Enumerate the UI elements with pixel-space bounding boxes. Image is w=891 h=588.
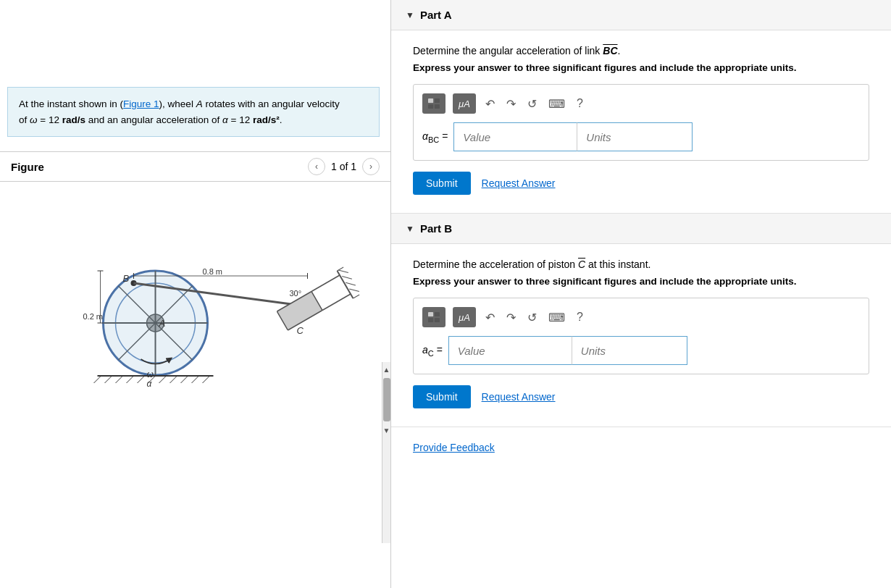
- part-b-reset-button[interactable]: ↺: [525, 308, 539, 327]
- part-b-action-row: Submit Request Answer: [413, 385, 869, 408]
- part-a-toolbar: μA ↶ ↷ ↺ ⌨ ?: [422, 93, 860, 114]
- svg-rect-52: [428, 104, 433, 109]
- part-a-header: ▼ Part A: [391, 0, 891, 30]
- figure-nav: ‹ 1 of 1 ›: [308, 158, 380, 175]
- part-b-instruction: Express your answer to three significant…: [413, 276, 869, 287]
- part-a-keyboard-button[interactable]: ⌨: [546, 95, 567, 113]
- part-a-redo-button[interactable]: ↷: [504, 95, 518, 113]
- svg-rect-53: [435, 104, 440, 109]
- part-b-help-button[interactable]: ?: [574, 308, 585, 326]
- svg-line-17: [138, 376, 145, 383]
- svg-text:A: A: [159, 318, 166, 329]
- right-panel: ▼ Part A Determine the angular accelerat…: [391, 0, 891, 588]
- part-b-keyboard-button[interactable]: ⌨: [546, 308, 567, 327]
- part-b-submit-button[interactable]: Submit: [413, 385, 471, 408]
- svg-rect-51: [435, 98, 440, 103]
- part-a-matrix-button[interactable]: [422, 93, 446, 114]
- part-b-description: Determine the acceleration of piston C a…: [413, 259, 869, 270]
- part-a-reset-button[interactable]: ↺: [525, 95, 539, 113]
- svg-line-19: [159, 376, 167, 383]
- left-panel: At the instant shown in (Figure 1), whee…: [0, 0, 391, 588]
- figure-next-button[interactable]: ›: [362, 158, 380, 175]
- svg-rect-50: [428, 98, 433, 103]
- svg-line-21: [181, 376, 188, 383]
- part-a-request-button[interactable]: Request Answer: [482, 177, 556, 189]
- part-b-input-label: aC =: [422, 344, 443, 358]
- svg-text:B: B: [123, 273, 130, 284]
- figure-area: B C: [0, 182, 390, 399]
- scroll-thumb[interactable]: [383, 378, 390, 421]
- svg-rect-54: [428, 312, 433, 316]
- mechanism-diagram: B C: [7, 189, 383, 392]
- part-a-instruction: Express your answer to three significant…: [413, 62, 869, 73]
- part-b-units-input[interactable]: [572, 336, 687, 365]
- part-a-undo-button[interactable]: ↶: [483, 95, 497, 113]
- svg-text:0.2 m: 0.2 m: [83, 312, 104, 321]
- svg-line-14: [105, 376, 112, 383]
- svg-line-16: [127, 376, 134, 383]
- part-b-matrix-button[interactable]: [422, 307, 446, 327]
- part-b-value-input[interactable]: [448, 336, 572, 365]
- part-a-action-row: Submit Request Answer: [413, 172, 869, 195]
- part-a-answer-box: μA ↶ ↷ ↺ ⌨ ? αBC =: [413, 84, 869, 161]
- svg-line-23: [203, 376, 210, 383]
- part-b-header: ▼ Part B: [391, 214, 891, 244]
- svg-text:ω: ω: [147, 369, 154, 379]
- svg-text:30°: 30°: [290, 289, 302, 298]
- left-scrollbar[interactable]: ▲ ▼: [382, 362, 390, 543]
- part-b-content: Determine the acceleration of piston C a…: [391, 244, 891, 427]
- part-a-description: Determine the angular acceleration of li…: [413, 45, 869, 56]
- svg-line-15: [116, 376, 123, 383]
- svg-line-22: [192, 376, 199, 383]
- scroll-down-arrow[interactable]: ▼: [382, 423, 391, 437]
- svg-text:0.8 m: 0.8 m: [203, 267, 223, 276]
- problem-text-box: At the instant shown in (Figure 1), whee…: [7, 87, 380, 137]
- part-b-title: Part B: [420, 222, 452, 235]
- part-b-section: ▼ Part B Determine the acceleration of p…: [391, 214, 891, 427]
- part-b-mu-button[interactable]: μA: [453, 307, 476, 327]
- part-a-value-input[interactable]: [453, 122, 577, 151]
- part-a-submit-button[interactable]: Submit: [413, 172, 471, 195]
- figure-page: 1 of 1: [331, 161, 356, 172]
- part-b-toolbar: μA ↶ ↷ ↺ ⌨ ?: [422, 307, 860, 327]
- svg-line-13: [94, 376, 101, 383]
- figure-title: Figure: [11, 161, 44, 173]
- part-a-input-label: αBC =: [422, 130, 448, 144]
- part-a-mu-button[interactable]: μA: [453, 93, 476, 114]
- svg-line-30: [337, 271, 353, 298]
- part-a-content: Determine the angular acceleration of li…: [391, 30, 891, 213]
- svg-text:C: C: [297, 325, 304, 336]
- svg-line-20: [170, 376, 177, 383]
- figure-link[interactable]: Figure 1: [123, 98, 159, 109]
- svg-rect-56: [428, 318, 433, 322]
- scroll-up-arrow[interactable]: ▲: [382, 362, 391, 377]
- part-a-title: Part A: [420, 9, 452, 21]
- part-a-units-input[interactable]: [577, 122, 693, 151]
- part-b-request-button[interactable]: Request Answer: [482, 391, 556, 403]
- part-a-section: ▼ Part A Determine the angular accelerat…: [391, 0, 891, 214]
- problem-intro: At the instant shown in (: [19, 98, 123, 109]
- part-b-input-row: aC =: [422, 336, 860, 365]
- svg-rect-55: [435, 312, 440, 316]
- part-b-answer-box: μA ↶ ↷ ↺ ⌨ ? aC =: [413, 298, 869, 374]
- part-a-help-button[interactable]: ?: [574, 95, 585, 112]
- part-a-collapse-arrow[interactable]: ▼: [406, 10, 414, 20]
- part-b-undo-button[interactable]: ↶: [483, 308, 497, 327]
- svg-line-28: [311, 275, 340, 292]
- feedback-link[interactable]: Provide Feedback: [413, 442, 495, 453]
- part-a-input-row: αBC =: [422, 122, 860, 151]
- svg-text:α: α: [147, 379, 153, 389]
- part-b-collapse-arrow[interactable]: ▼: [406, 224, 414, 234]
- svg-line-32: [353, 295, 359, 298]
- svg-rect-57: [435, 318, 440, 322]
- svg-line-29: [322, 294, 351, 311]
- feedback-section: Provide Feedback: [391, 427, 891, 468]
- figure-header: Figure ‹ 1 of 1 ›: [0, 151, 390, 182]
- part-b-redo-button[interactable]: ↷: [504, 308, 518, 327]
- figure-prev-button[interactable]: ‹: [308, 158, 325, 175]
